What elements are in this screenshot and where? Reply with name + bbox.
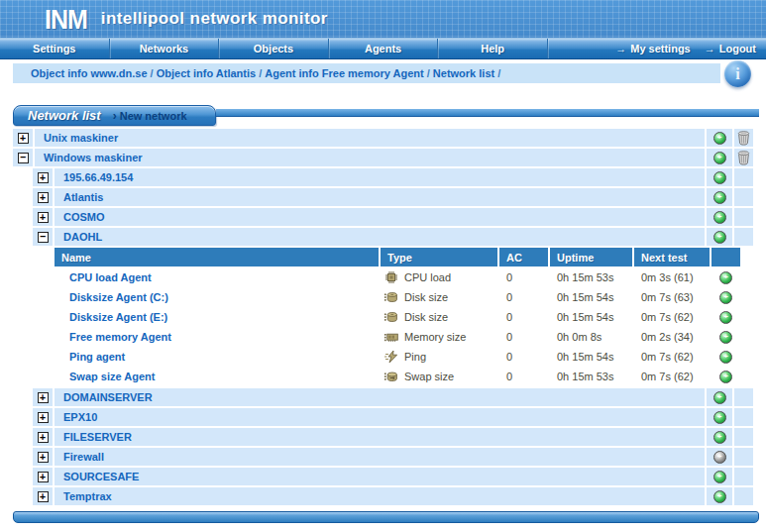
app-title: intellipool network monitor	[101, 9, 328, 29]
agent-link[interactable]: Free memory Agent	[55, 331, 379, 343]
agent-type: CPU load	[381, 270, 497, 284]
network-link[interactable]: Unix maskiner	[35, 129, 705, 147]
expand-toggle[interactable]: +	[38, 392, 49, 403]
expand-toggle[interactable]: +	[38, 412, 49, 423]
tab-network-list[interactable]: Network list › New network	[13, 105, 216, 126]
breadcrumb-separator: /	[256, 67, 265, 79]
status-cell	[711, 291, 740, 304]
end-cell	[734, 188, 753, 206]
agent-type-label: Disk size	[404, 291, 448, 303]
tree-indent	[13, 168, 33, 186]
column-ac: AC	[499, 248, 548, 266]
end-cell	[734, 168, 753, 186]
status-cell	[707, 388, 732, 406]
agent-link[interactable]: Swap size Agent	[55, 371, 379, 382]
status-up-icon	[713, 132, 726, 145]
breadcrumb-agent-info-free-memory-agent[interactable]: Agent info Free memory Agent	[265, 67, 423, 79]
trash-icon[interactable]	[736, 150, 751, 165]
chevron-right-icon: ›	[113, 110, 117, 122]
inm-logo: INM	[45, 3, 87, 34]
host-link[interactable]: 195.66.49.154	[55, 168, 705, 186]
status-cell	[711, 331, 740, 344]
breadcrumb-object-info-www-dn-se[interactable]: Object info www.dn.se	[31, 67, 148, 79]
expand-toggle[interactable]: +	[38, 172, 49, 183]
host-link[interactable]: SOURCESAFE	[55, 468, 705, 485]
column-uptime: Uptime	[550, 248, 632, 266]
expand-toggle[interactable]: +	[38, 432, 49, 443]
tree-row-domainserver: + DOMAINSERVER	[13, 388, 753, 406]
agent-link[interactable]: Ping agent	[55, 351, 379, 363]
logout-link[interactable]: → Logout	[705, 43, 756, 54]
host-link[interactable]: EPX10	[55, 408, 705, 426]
agent-type: Disk size	[381, 310, 497, 324]
page-title: Network list	[28, 108, 101, 123]
tree-indent	[13, 487, 33, 505]
host-link[interactable]: Atlantis	[55, 188, 705, 206]
cpu-load-icon	[384, 270, 398, 284]
column-name: Name	[55, 248, 379, 266]
agent-uptime: 0h 15m 54s	[550, 311, 632, 323]
expand-toggle[interactable]: +	[38, 491, 49, 502]
host-link[interactable]: Firewall	[55, 448, 705, 466]
agent-type: Ping	[381, 350, 497, 364]
agent-next-test: 0m 3s (61)	[634, 271, 710, 283]
agent-table: Name Type AC Uptime Next test CPU load A…	[55, 248, 740, 386]
nav-user-links: → My settings → Logout	[615, 39, 766, 58]
tree-row-windows-maskiner: − Windows maskiner	[13, 149, 753, 166]
nav-help[interactable]: Help	[438, 39, 548, 58]
delete-cell	[734, 129, 753, 147]
status-cell	[707, 448, 732, 466]
host-link[interactable]: Temptrax	[55, 487, 705, 505]
expand-toggle[interactable]: +	[38, 472, 49, 482]
collapse-toggle[interactable]: −	[38, 232, 49, 243]
host-link[interactable]: COSMO	[55, 208, 705, 226]
nav-objects[interactable]: Objects	[219, 39, 329, 58]
collapse-toggle[interactable]: −	[18, 153, 29, 163]
host-link[interactable]: DAOHL	[55, 228, 705, 246]
nav-agents[interactable]: Agents	[329, 39, 439, 58]
end-cell	[734, 487, 753, 505]
breadcrumb-network-list[interactable]: Network list	[433, 67, 494, 79]
arrow-icon: →	[705, 43, 715, 54]
nav-settings[interactable]: Settings	[0, 39, 110, 58]
trash-icon[interactable]	[736, 130, 751, 146]
tree-row-unix-maskiner: + Unix maskiner	[13, 129, 753, 147]
column-next-test: Next test	[634, 248, 710, 266]
host-link[interactable]: FILESERVER	[55, 428, 705, 446]
agent-link[interactable]: Disksize Agent (C:)	[55, 291, 379, 303]
status-up-icon	[713, 431, 726, 444]
network-link[interactable]: Windows maskiner	[35, 149, 705, 166]
status-cell	[711, 271, 740, 284]
status-up-icon	[713, 231, 726, 244]
status-up-icon	[713, 191, 726, 204]
tree-indent	[13, 228, 33, 246]
agent-link[interactable]: CPU load Agent	[55, 271, 379, 283]
new-network-button[interactable]: › New network	[113, 110, 187, 122]
status-up-icon	[713, 471, 726, 483]
expand-toggle[interactable]: +	[38, 192, 49, 203]
expand-toggle[interactable]: +	[38, 452, 49, 463]
agent-row-swap-size: Swap size Agent Swap size 0 0h 15m 53s 0…	[55, 367, 740, 386]
end-cell	[734, 428, 753, 446]
end-cell	[734, 228, 753, 246]
status-cell	[707, 208, 732, 226]
expand-toggle[interactable]: +	[18, 133, 29, 144]
tree-indent	[13, 208, 33, 226]
status-cell	[707, 428, 732, 446]
tree-indent	[13, 428, 33, 446]
logout-label: Logout	[719, 43, 756, 54]
agent-ac: 0	[499, 291, 548, 303]
status-up-icon	[713, 211, 726, 224]
agent-next-test: 0m 7s (62)	[634, 371, 710, 382]
nav-networks[interactable]: Networks	[110, 39, 220, 58]
tree-row-atlantis: + Atlantis	[13, 188, 753, 206]
expand-toggle[interactable]: +	[38, 212, 49, 223]
agent-link[interactable]: Disksize Agent (E:)	[55, 311, 379, 323]
breadcrumb-object-info-atlantis[interactable]: Object info Atlantis	[157, 67, 256, 79]
column-status	[711, 248, 740, 266]
help-info-icon[interactable]: i	[724, 60, 751, 87]
host-link[interactable]: DOMAINSERVER	[55, 388, 705, 406]
agent-ac: 0	[499, 351, 548, 363]
my-settings-link[interactable]: → My settings	[615, 43, 691, 54]
status-up-icon	[719, 271, 732, 284]
